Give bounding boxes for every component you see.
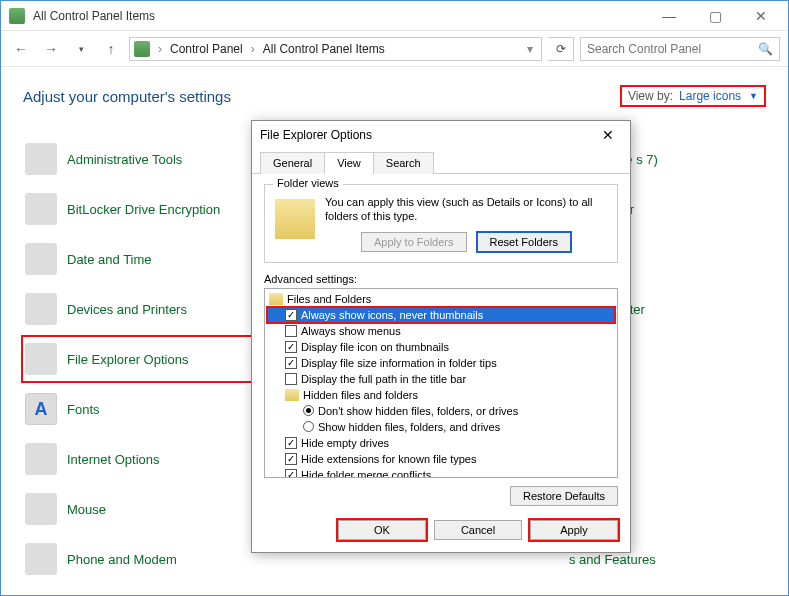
folder-views-legend: Folder views: [273, 177, 343, 189]
restore-defaults-button[interactable]: Restore Defaults: [510, 486, 618, 506]
radio-icon[interactable]: [303, 421, 314, 432]
chevron-right-icon[interactable]: ›: [154, 42, 166, 56]
folder-icon: [285, 389, 299, 401]
apply-to-folders-button[interactable]: Apply to Folders: [361, 232, 466, 252]
forward-button[interactable]: →: [39, 37, 63, 61]
dialog-footer: OK Cancel Apply: [252, 512, 630, 552]
cp-item[interactable]: Date and Time: [23, 237, 264, 281]
cp-item[interactable]: Devices and Printers: [23, 287, 264, 331]
view-by-label: View by:: [628, 89, 673, 103]
opt-dont-show-hidden[interactable]: Don't show hidden files, folders, or dri…: [267, 403, 615, 419]
chevron-down-icon[interactable]: ▾: [523, 42, 537, 56]
cp-item-icon: [25, 143, 57, 175]
search-input[interactable]: [587, 42, 752, 56]
opt-show-hidden[interactable]: Show hidden files, folders, and drives: [267, 419, 615, 435]
radio-icon[interactable]: [303, 405, 314, 416]
tab-general[interactable]: General: [260, 152, 325, 174]
chevron-right-icon[interactable]: ›: [247, 42, 259, 56]
checkbox-icon[interactable]: ✓: [285, 453, 297, 465]
opt-always-show-icons[interactable]: ✓Always show icons, never thumbnails: [267, 307, 615, 323]
dialog-body: Folder views You can apply this view (su…: [252, 174, 630, 512]
advanced-settings-label: Advanced settings:: [264, 273, 618, 285]
cp-item[interactable]: Internet Options: [23, 437, 264, 481]
checkbox-icon[interactable]: ✓: [285, 341, 297, 353]
checkbox-icon[interactable]: ✓: [285, 437, 297, 449]
cp-item-label: Mouse: [67, 502, 106, 517]
cp-item[interactable]: Phone and Modem: [23, 537, 264, 581]
close-button[interactable]: ✕: [738, 1, 784, 31]
cp-item-label: Devices and Printers: [67, 302, 187, 317]
cp-item-icon: [25, 343, 57, 375]
refresh-button[interactable]: ⟳: [548, 37, 574, 61]
address-bar[interactable]: › Control Panel › All Control Panel Item…: [129, 37, 542, 61]
chevron-down-icon: ▼: [749, 91, 758, 101]
file-explorer-options-dialog: File Explorer Options ✕ General View Sea…: [251, 120, 631, 553]
folder-views-desc: You can apply this view (such as Details…: [325, 195, 607, 224]
search-box[interactable]: 🔍: [580, 37, 780, 61]
checkbox-icon[interactable]: ✓: [285, 357, 297, 369]
breadcrumb-root[interactable]: Control Panel: [170, 42, 243, 56]
cp-item-label: Internet Options: [67, 452, 160, 467]
advanced-settings-tree[interactable]: Files and Folders ✓Always show icons, ne…: [264, 288, 618, 478]
cp-item-icon: [25, 543, 57, 575]
back-button[interactable]: ←: [9, 37, 33, 61]
page-title: Adjust your computer's settings: [23, 88, 620, 105]
reset-folders-button[interactable]: Reset Folders: [477, 232, 571, 252]
cp-item[interactable]: Fonts: [23, 387, 264, 431]
cp-item-label: Administrative Tools: [67, 152, 182, 167]
cancel-button[interactable]: Cancel: [434, 520, 522, 540]
dialog-title: File Explorer Options: [260, 128, 594, 142]
cp-item[interactable]: Administrative Tools: [23, 137, 264, 181]
opt-always-show-menus[interactable]: Always show menus: [267, 323, 615, 339]
view-by-value[interactable]: Large icons: [679, 89, 741, 103]
cp-item-icon: [25, 293, 57, 325]
tree-folder-hidden[interactable]: Hidden files and folders: [267, 387, 615, 403]
dialog-tabs: General View Search: [252, 151, 630, 174]
tab-search[interactable]: Search: [373, 152, 434, 174]
breadcrumb-current[interactable]: All Control Panel Items: [263, 42, 385, 56]
cp-item-icon: [25, 193, 57, 225]
folder-icon: [275, 199, 315, 239]
opt-hide-extensions[interactable]: ✓Hide extensions for known file types: [267, 451, 615, 467]
cp-item-icon: [25, 393, 57, 425]
checkbox-icon[interactable]: [285, 373, 297, 385]
opt-display-file-icon[interactable]: ✓Display file icon on thumbnails: [267, 339, 615, 355]
minimize-button[interactable]: —: [646, 1, 692, 31]
titlebar: All Control Panel Items — ▢ ✕: [1, 1, 788, 31]
control-panel-icon: [9, 8, 25, 24]
nav-row: ← → ▾ ↑ › Control Panel › All Control Pa…: [1, 31, 788, 67]
cp-item-label: Fonts: [67, 402, 100, 417]
dialog-close-button[interactable]: ✕: [594, 123, 622, 147]
cp-item-label: s and Features: [569, 552, 656, 567]
folder-views-group: Folder views You can apply this view (su…: [264, 184, 618, 263]
search-icon: 🔍: [758, 42, 773, 56]
opt-hide-empty-drives[interactable]: ✓Hide empty drives: [267, 435, 615, 451]
checkbox-icon[interactable]: ✓: [285, 309, 297, 321]
folder-icon: [269, 293, 283, 305]
opt-display-full-path[interactable]: Display the full path in the title bar: [267, 371, 615, 387]
view-by-selector[interactable]: View by: Large icons ▼: [620, 85, 766, 107]
ok-button[interactable]: OK: [338, 520, 426, 540]
window-title: All Control Panel Items: [33, 9, 646, 23]
tab-view[interactable]: View: [324, 152, 374, 174]
recent-dropdown[interactable]: ▾: [69, 37, 93, 61]
maximize-button[interactable]: ▢: [692, 1, 738, 31]
apply-button[interactable]: Apply: [530, 520, 618, 540]
cp-item-label: BitLocker Drive Encryption: [67, 202, 220, 217]
opt-hide-merge-conflicts[interactable]: ✓Hide folder merge conflicts: [267, 467, 615, 478]
cp-item[interactable]: BitLocker Drive Encryption: [23, 187, 264, 231]
cp-item[interactable]: Mouse: [23, 487, 264, 531]
cp-item[interactable]: File Explorer Options: [23, 337, 264, 381]
cp-item-icon: [25, 443, 57, 475]
opt-display-file-size[interactable]: ✓Display file size information in folder…: [267, 355, 615, 371]
cp-item-label: Phone and Modem: [67, 552, 177, 567]
cp-item-label: File Explorer Options: [67, 352, 188, 367]
up-button[interactable]: ↑: [99, 37, 123, 61]
checkbox-icon[interactable]: [285, 325, 297, 337]
dialog-titlebar: File Explorer Options ✕: [252, 121, 630, 149]
tree-folder-root[interactable]: Files and Folders: [267, 291, 615, 307]
cp-item-icon: [25, 493, 57, 525]
checkbox-icon[interactable]: ✓: [285, 469, 297, 478]
control-panel-icon: [134, 41, 150, 57]
cp-item-icon: [25, 243, 57, 275]
